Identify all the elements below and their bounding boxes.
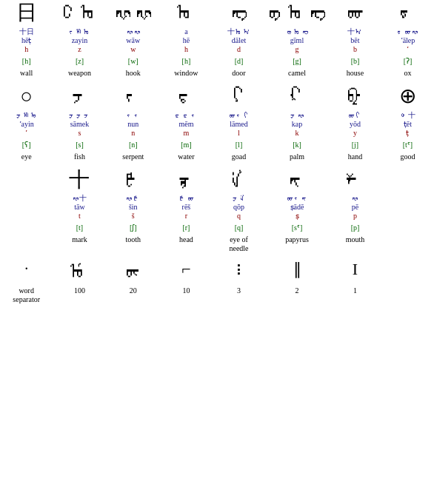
symbol-resh: ᡜ (161, 169, 212, 192)
ipa-he: [h] (160, 56, 213, 67)
symbol-taw: 十 (53, 169, 105, 192)
ipa-pe: [p] (329, 222, 381, 234)
name-mem: ᡖᡖᡕ mēm m (160, 110, 213, 139)
ipa-qop: [q] (213, 222, 265, 234)
meaning-row-3: mark tooth head eye ofneedle papyrus mou… (0, 234, 434, 255)
symbol-het: 日 (1, 1, 52, 24)
name-yod: ᡂᡗ yōd y (329, 110, 381, 139)
meaning-waw: hook (107, 67, 160, 79)
symbol-mem: ᡖ (161, 85, 212, 108)
symbol-bet: ᡂ (330, 1, 381, 24)
meaning-nun: serpent (107, 151, 160, 163)
symbol-giml: ᡋᡆᡊ (266, 1, 328, 24)
symbol-kap: ᡘ (266, 85, 328, 108)
symbol-zayin: ᢗᡆ (53, 1, 105, 24)
symbol-he: ᡆ (161, 1, 212, 24)
ipa-zayin: [z] (53, 56, 106, 67)
name-sade: ᡂᡕᡞ ṣādē ṣ (265, 192, 329, 222)
cell-word-sep: · (0, 259, 53, 285)
ipa-lamed: [l] (213, 139, 265, 151)
name-empty-1 (0, 192, 53, 222)
ipa-giml: [g] (265, 56, 329, 67)
symbol-ayin: ○ (1, 85, 52, 108)
ipa-sade: [sˤ] (265, 222, 329, 234)
name-alep: ᡑᡂᡙ ʼālep ʼ (381, 26, 434, 56)
ipa-shin: [ʃ] (107, 222, 160, 234)
cell-qop: ᡝ (213, 167, 265, 193)
meaning-sade: papyrus (265, 234, 329, 255)
ipa-row-3: [t] [ʃ] [r] [q] [sˤ] [p] (0, 222, 434, 234)
meaning-lamed: goad (213, 151, 265, 163)
meaning-empty-1 (0, 234, 53, 255)
meaning-het: wall (0, 67, 53, 79)
cell-taw: 十 (53, 167, 106, 193)
ipa-empty-1 (0, 222, 53, 234)
symbol-10: ⌐ (161, 261, 212, 278)
name-het: 十日 hēṭ h (0, 26, 53, 56)
name-lamed: ᡂᡕᡗ lāmed l (213, 110, 265, 139)
cell-het: 日 (0, 0, 53, 26)
meaning-row-1: wall weapon hook window door camel house… (0, 67, 434, 79)
cell-yod: ᡚ (329, 84, 381, 110)
name-row-2: ᡒᡅᠣ ʼayin ʼ ᡒᡒᡔ sāmek s ᡕᡕ nun n ᡖᡖᡕ mēm… (0, 110, 434, 139)
numeral-empty (381, 285, 434, 306)
cell-empty-2 (381, 167, 434, 193)
cell-waw: ᡙᡙ (107, 0, 160, 26)
cell-lamed: ᡗ (213, 84, 265, 110)
meaning-shin: tooth (107, 234, 160, 255)
cell-pe: ᡟ (329, 167, 381, 193)
name-pe: ᡙ pē p (329, 192, 381, 222)
name-giml: ᡋᡆᡊ gīml g (265, 26, 329, 56)
meaning-bet: house (329, 67, 381, 79)
name-row-3: ᡙ十 tāw t ᡙᡛ šin š ᡛᡂ rēš r ᡒᡝ qōp q ᡂᡕᡞ … (0, 192, 434, 222)
name-he: a hē h (160, 26, 213, 56)
symbol-alep: ᡑ (382, 1, 433, 24)
cell-shin: ᡛ (107, 167, 160, 193)
cell-he: ᡆ (160, 0, 213, 26)
cell-mem: ᡖ (160, 84, 213, 110)
symbol-waw: ᡙᡙ (107, 1, 159, 24)
cell-20: ᡡ (107, 259, 160, 285)
symbol-shin: ᡛ (107, 169, 159, 192)
meaning-zayin: weapon (53, 67, 106, 79)
name-samek: ᡒᡒᡔ sāmek s (53, 110, 106, 139)
cell-2: ∥ (265, 259, 329, 285)
name-row-1: 十日 hēṭ h ᠶᡅᡆ zayin z ᡙᡙ wāw w a hē h 十ᡆᠠ… (0, 26, 434, 56)
ipa-mem: [m] (160, 139, 213, 151)
cell-giml: ᡋᡆᡊ (265, 0, 329, 26)
symbol-pe: ᡟ (330, 169, 381, 192)
symbol-yod: ᡚ (330, 85, 381, 108)
cell-alep: ᡑ (381, 0, 434, 26)
numeral-word-sep: wordseparator (0, 285, 53, 306)
symbol-dalet: ᡊ (213, 1, 264, 24)
symbol-qop: ᡝ (213, 169, 264, 192)
ipa-tet: [tˤ] (381, 139, 434, 151)
name-ayin: ᡒᡅᠣ ʼayin ʼ (0, 110, 53, 139)
ipa-samek: [s] (53, 139, 106, 151)
meaning-pe: mouth (329, 234, 381, 255)
cell-10: ⌐ (160, 259, 213, 285)
name-resh: ᡛᡂ rēš r (160, 192, 213, 222)
meaning-empty-2 (381, 234, 434, 255)
numeral-100: 100 (53, 285, 106, 306)
cell-nun: ᡕ (107, 84, 160, 110)
ipa-waw: [w] (107, 56, 160, 67)
symbol-samek: ᡔ (53, 85, 105, 108)
name-nun: ᡕᡕ nun n (107, 110, 160, 139)
ipa-alep: [ʔ] (381, 56, 434, 67)
meaning-ayin: eye (0, 151, 53, 163)
symbol-nun: ᡕ (107, 85, 159, 108)
meaning-qop: eye ofneedle (213, 234, 265, 255)
meaning-samek: fish (53, 151, 106, 163)
ipa-bet: [b] (329, 56, 381, 67)
numeral-3: 3 (213, 285, 265, 306)
ipa-dalet: [d] (213, 56, 265, 67)
cell-100: ᡠ (53, 259, 106, 285)
meaning-row-2: eye fish serpent water goad palm hand go… (0, 151, 434, 163)
name-taw: ᡙ十 tāw t (53, 192, 106, 222)
ipa-resh: [r] (160, 222, 213, 234)
name-kap: ᡒᡙ kap k (265, 110, 329, 139)
symbol-1: I (330, 261, 381, 278)
meaning-giml: camel (265, 67, 329, 79)
symbol-row-3: 十 ᡛ ᡜ ᡝ ᡞ ᡟ (0, 167, 434, 193)
